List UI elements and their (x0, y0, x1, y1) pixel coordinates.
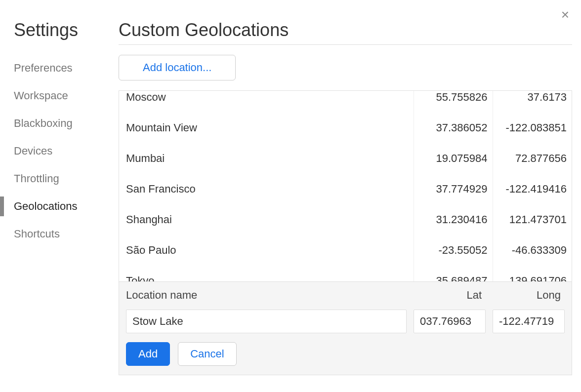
title-divider (119, 44, 572, 45)
locations-table: Moscow55.75582637.6173Mountain View37.38… (119, 91, 572, 281)
add-location-button[interactable]: Add location... (119, 55, 236, 80)
location-long-cell: 139.691706 (493, 266, 572, 281)
location-lat-cell: 19.075984 (414, 143, 493, 174)
location-lat-cell: 37.774929 (414, 174, 493, 204)
location-name-cell: São Paulo (119, 235, 414, 266)
location-name-cell: Tokyo (119, 266, 414, 281)
table-row[interactable]: Shanghai31.230416121.473701 (119, 204, 572, 235)
sidebar-item-devices[interactable]: Devices (14, 137, 119, 165)
location-name-cell: Moscow (119, 91, 414, 113)
table-row[interactable]: Tokyo35.689487139.691706 (119, 266, 572, 281)
main-panel: Custom Geolocations Add location... Mosc… (119, 20, 572, 392)
form-header-long: Long (486, 289, 565, 302)
location-long-input[interactable] (493, 310, 565, 333)
add-button[interactable]: Add (126, 342, 170, 366)
locations-scroll[interactable]: Moscow55.75582637.6173Mountain View37.38… (119, 91, 572, 281)
table-row[interactable]: São Paulo-23.55052-46.633309 (119, 235, 572, 266)
form-header-name: Location name (126, 289, 407, 302)
sidebar-item-blackboxing[interactable]: Blackboxing (14, 110, 119, 137)
location-name-cell: San Francisco (119, 174, 414, 204)
sidebar-item-throttling[interactable]: Throttling (14, 165, 119, 193)
location-lat-cell: 55.755826 (414, 91, 493, 113)
sidebar-item-geolocations[interactable]: Geolocations (14, 193, 119, 220)
table-row[interactable]: Mumbai19.07598472.877656 (119, 143, 572, 174)
new-location-form: Location name Lat Long Add Cancel (119, 281, 572, 375)
location-name-input[interactable] (126, 310, 407, 333)
table-row[interactable]: Moscow55.75582637.6173 (119, 91, 572, 113)
location-name-cell: Mountain View (119, 113, 414, 143)
location-long-cell: -46.633309 (493, 235, 572, 266)
sidebar-title: Settings (14, 20, 119, 40)
page-title: Custom Geolocations (119, 20, 572, 40)
table-row[interactable]: Mountain View37.386052-122.083851 (119, 113, 572, 143)
location-lat-cell: 31.230416 (414, 204, 493, 235)
cancel-button[interactable]: Cancel (178, 342, 236, 366)
location-lat-input[interactable] (414, 310, 486, 333)
location-name-cell: Mumbai (119, 143, 414, 174)
locations-panel: Moscow55.75582637.6173Mountain View37.38… (119, 90, 572, 375)
settings-sidebar: Settings PreferencesWorkspaceBlackboxing… (0, 20, 119, 248)
location-long-cell: 37.6173 (493, 91, 572, 113)
form-header-lat: Lat (407, 289, 486, 302)
sidebar-item-workspace[interactable]: Workspace (14, 82, 119, 110)
sidebar-item-preferences[interactable]: Preferences (14, 54, 119, 82)
table-row[interactable]: San Francisco37.774929-122.419416 (119, 174, 572, 204)
location-name-cell: Shanghai (119, 204, 414, 235)
location-long-cell: 121.473701 (493, 204, 572, 235)
location-lat-cell: 35.689487 (414, 266, 493, 281)
location-lat-cell: -23.55052 (414, 235, 493, 266)
location-lat-cell: 37.386052 (414, 113, 493, 143)
location-long-cell: 72.877656 (493, 143, 572, 174)
location-long-cell: -122.419416 (493, 174, 572, 204)
sidebar-item-shortcuts[interactable]: Shortcuts (14, 220, 119, 248)
location-long-cell: -122.083851 (493, 113, 572, 143)
